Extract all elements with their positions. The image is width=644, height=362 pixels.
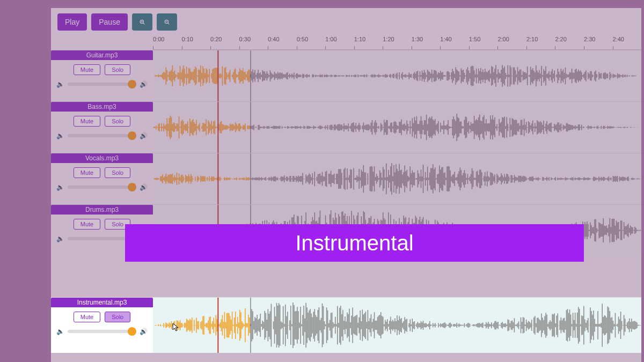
mute-button[interactable]: Mute [74, 116, 100, 127]
ruler-tick: 0:30 [239, 36, 268, 49]
timeline-ruler[interactable]: 0:000:100:200:300:400:501:001:101:201:30… [153, 36, 641, 50]
solo-button[interactable]: Solo [105, 116, 130, 127]
zoom-out-button[interactable] [157, 13, 177, 31]
volume-slider[interactable] [68, 134, 136, 137]
ruler-tick: 0:50 [297, 36, 326, 49]
ruler-tick: 2:20 [555, 36, 584, 49]
toolbar: Play Pause [51, 8, 641, 36]
waveform[interactable] [153, 153, 641, 204]
ruler-tick: 2:30 [584, 36, 613, 49]
volume-control[interactable]: 🔈 🔊 [56, 183, 148, 191]
ruler-tick: 1:40 [440, 36, 469, 49]
track-row: Instrumental.mp3 Mute Solo 🔈 🔊 [51, 297, 641, 353]
ruler-tick: 2:00 [497, 36, 526, 49]
ruler-tick: 2:10 [526, 36, 555, 49]
selected-track: Instrumental.mp3 Mute Solo 🔈 🔊 [51, 297, 641, 353]
speaker-low-icon: 🔈 [56, 328, 64, 335]
overlay-banner: Instrumental [125, 224, 584, 262]
svg-line-1 [143, 23, 145, 25]
zoom-in-button[interactable] [132, 13, 152, 31]
speaker-high-icon: 🔊 [140, 132, 148, 139]
solo-button[interactable]: Solo [105, 167, 130, 178]
ruler-tick: 1:30 [412, 36, 441, 49]
track-row: Vocals.mp3 Mute Solo 🔈 🔊 [51, 153, 641, 204]
volume-thumb[interactable] [128, 327, 136, 336]
mute-button[interactable]: Mute [74, 219, 100, 230]
ruler-tick: 1:50 [469, 36, 498, 49]
volume-control[interactable]: 🔈 🔊 [56, 80, 148, 88]
track-name: Vocals.mp3 [51, 153, 153, 163]
zoom-in-icon [140, 18, 145, 26]
play-button[interactable]: Play [57, 13, 87, 31]
speaker-low-icon: 🔈 [56, 132, 64, 139]
track-name: Instrumental.mp3 [51, 298, 153, 307]
ruler-tick: 1:00 [325, 36, 354, 49]
speaker-low-icon: 🔈 [56, 183, 64, 191]
ruler-tick: 1:10 [354, 36, 383, 49]
ruler-tick: 0:00 [153, 36, 182, 49]
track-row: Bass.mp3 Mute Solo 🔈 🔊 [51, 101, 641, 153]
ruler-tick: 0:10 [182, 36, 211, 49]
volume-slider[interactable] [68, 186, 136, 189]
zoom-out-icon [164, 18, 170, 26]
mute-button[interactable]: Mute [74, 167, 100, 178]
track-row: Guitar.mp3 Mute Solo 🔈 🔊 [51, 50, 641, 101]
track-name: Drums.mp3 [51, 205, 153, 215]
ruler-tick: 1:20 [383, 36, 412, 49]
solo-button[interactable]: Solo [105, 64, 130, 75]
speaker-high-icon: 🔊 [140, 80, 148, 88]
speaker-low-icon: 🔈 [56, 235, 64, 242]
svg-line-5 [168, 23, 170, 25]
volume-slider[interactable] [68, 330, 136, 333]
track-name: Guitar.mp3 [51, 50, 153, 60]
track-controls: Vocals.mp3 Mute Solo 🔈 🔊 [51, 153, 153, 204]
volume-control[interactable]: 🔈 🔊 [56, 132, 148, 139]
volume-control[interactable]: 🔈 🔊 [56, 328, 148, 335]
speaker-high-icon: 🔊 [140, 183, 148, 191]
mute-button[interactable]: Mute [74, 312, 100, 322]
volume-thumb[interactable] [128, 80, 136, 88]
waveform[interactable] [153, 298, 641, 353]
volume-thumb[interactable] [128, 183, 136, 191]
mute-button[interactable]: Mute [74, 64, 100, 75]
waveform[interactable] [153, 50, 641, 101]
track-name: Bass.mp3 [51, 102, 153, 112]
track-controls: Bass.mp3 Mute Solo 🔈 🔊 [51, 102, 153, 153]
ruler-tick: 0:20 [210, 36, 239, 49]
ruler-tick: 0:40 [268, 36, 297, 49]
solo-button[interactable]: Solo [105, 312, 130, 322]
volume-thumb[interactable] [128, 131, 136, 140]
speaker-low-icon: 🔈 [56, 80, 64, 88]
pause-button[interactable]: Pause [91, 13, 128, 31]
speaker-high-icon: 🔊 [140, 328, 148, 335]
track-controls: Guitar.mp3 Mute Solo 🔈 🔊 [51, 50, 153, 101]
volume-slider[interactable] [68, 83, 136, 86]
track-controls: Instrumental.mp3 Mute Solo 🔈 🔊 [51, 298, 153, 353]
waveform[interactable] [153, 102, 641, 153]
ruler-tick: 2:40 [613, 36, 642, 49]
